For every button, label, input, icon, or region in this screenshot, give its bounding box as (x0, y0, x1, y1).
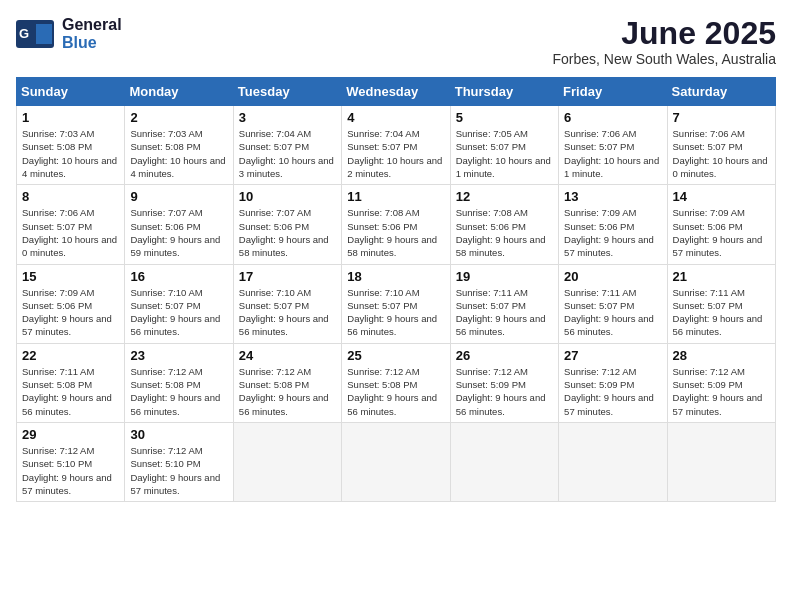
day-number: 29 (22, 427, 119, 442)
calendar-cell: 11 Sunrise: 7:08 AM Sunset: 5:06 PM Dayl… (342, 185, 450, 264)
calendar-cell (342, 422, 450, 501)
day-info: Sunrise: 7:11 AM Sunset: 5:07 PM Dayligh… (456, 286, 553, 339)
day-number: 6 (564, 110, 661, 125)
day-info: Sunrise: 7:12 AM Sunset: 5:10 PM Dayligh… (22, 444, 119, 497)
day-info: Sunrise: 7:11 AM Sunset: 5:07 PM Dayligh… (564, 286, 661, 339)
day-number: 21 (673, 269, 770, 284)
day-number: 5 (456, 110, 553, 125)
day-number: 2 (130, 110, 227, 125)
day-info: Sunrise: 7:08 AM Sunset: 5:06 PM Dayligh… (456, 206, 553, 259)
logo-general: General (62, 16, 122, 34)
calendar-cell: 6 Sunrise: 7:06 AM Sunset: 5:07 PM Dayli… (559, 106, 667, 185)
day-number: 14 (673, 189, 770, 204)
calendar-cell (233, 422, 341, 501)
day-info: Sunrise: 7:05 AM Sunset: 5:07 PM Dayligh… (456, 127, 553, 180)
day-number: 1 (22, 110, 119, 125)
calendar-cell: 5 Sunrise: 7:05 AM Sunset: 5:07 PM Dayli… (450, 106, 558, 185)
weekday-header-wednesday: Wednesday (342, 78, 450, 106)
calendar-cell: 7 Sunrise: 7:06 AM Sunset: 5:07 PM Dayli… (667, 106, 775, 185)
day-info: Sunrise: 7:12 AM Sunset: 5:09 PM Dayligh… (564, 365, 661, 418)
calendar-cell (667, 422, 775, 501)
calendar-cell: 17 Sunrise: 7:10 AM Sunset: 5:07 PM Dayl… (233, 264, 341, 343)
day-info: Sunrise: 7:09 AM Sunset: 5:06 PM Dayligh… (22, 286, 119, 339)
day-info: Sunrise: 7:12 AM Sunset: 5:10 PM Dayligh… (130, 444, 227, 497)
day-number: 13 (564, 189, 661, 204)
day-info: Sunrise: 7:04 AM Sunset: 5:07 PM Dayligh… (239, 127, 336, 180)
day-info: Sunrise: 7:12 AM Sunset: 5:08 PM Dayligh… (130, 365, 227, 418)
logo-blue: Blue (62, 34, 122, 52)
month-title: June 2025 (552, 16, 776, 51)
calendar-cell (450, 422, 558, 501)
day-number: 26 (456, 348, 553, 363)
day-info: Sunrise: 7:07 AM Sunset: 5:06 PM Dayligh… (130, 206, 227, 259)
day-number: 15 (22, 269, 119, 284)
day-number: 30 (130, 427, 227, 442)
weekday-header-saturday: Saturday (667, 78, 775, 106)
day-number: 3 (239, 110, 336, 125)
calendar-cell: 14 Sunrise: 7:09 AM Sunset: 5:06 PM Dayl… (667, 185, 775, 264)
svg-marker-1 (36, 24, 52, 44)
calendar-cell: 16 Sunrise: 7:10 AM Sunset: 5:07 PM Dayl… (125, 264, 233, 343)
calendar-cell: 23 Sunrise: 7:12 AM Sunset: 5:08 PM Dayl… (125, 343, 233, 422)
weekday-header-monday: Monday (125, 78, 233, 106)
calendar-cell: 15 Sunrise: 7:09 AM Sunset: 5:06 PM Dayl… (17, 264, 125, 343)
day-number: 4 (347, 110, 444, 125)
calendar-cell: 30 Sunrise: 7:12 AM Sunset: 5:10 PM Dayl… (125, 422, 233, 501)
day-number: 22 (22, 348, 119, 363)
week-row-1: 1 Sunrise: 7:03 AM Sunset: 5:08 PM Dayli… (17, 106, 776, 185)
calendar-cell: 26 Sunrise: 7:12 AM Sunset: 5:09 PM Dayl… (450, 343, 558, 422)
calendar-cell: 21 Sunrise: 7:11 AM Sunset: 5:07 PM Dayl… (667, 264, 775, 343)
week-row-4: 22 Sunrise: 7:11 AM Sunset: 5:08 PM Dayl… (17, 343, 776, 422)
day-info: Sunrise: 7:03 AM Sunset: 5:08 PM Dayligh… (22, 127, 119, 180)
calendar-cell: 29 Sunrise: 7:12 AM Sunset: 5:10 PM Dayl… (17, 422, 125, 501)
day-info: Sunrise: 7:06 AM Sunset: 5:07 PM Dayligh… (22, 206, 119, 259)
day-number: 25 (347, 348, 444, 363)
day-info: Sunrise: 7:08 AM Sunset: 5:06 PM Dayligh… (347, 206, 444, 259)
day-info: Sunrise: 7:12 AM Sunset: 5:09 PM Dayligh… (673, 365, 770, 418)
weekday-header-tuesday: Tuesday (233, 78, 341, 106)
day-info: Sunrise: 7:09 AM Sunset: 5:06 PM Dayligh… (564, 206, 661, 259)
day-number: 9 (130, 189, 227, 204)
calendar-cell: 1 Sunrise: 7:03 AM Sunset: 5:08 PM Dayli… (17, 106, 125, 185)
day-number: 24 (239, 348, 336, 363)
day-number: 11 (347, 189, 444, 204)
calendar-cell: 8 Sunrise: 7:06 AM Sunset: 5:07 PM Dayli… (17, 185, 125, 264)
day-number: 17 (239, 269, 336, 284)
calendar-cell: 3 Sunrise: 7:04 AM Sunset: 5:07 PM Dayli… (233, 106, 341, 185)
week-row-3: 15 Sunrise: 7:09 AM Sunset: 5:06 PM Dayl… (17, 264, 776, 343)
calendar-cell: 13 Sunrise: 7:09 AM Sunset: 5:06 PM Dayl… (559, 185, 667, 264)
weekday-header-row: SundayMondayTuesdayWednesdayThursdayFrid… (17, 78, 776, 106)
calendar-cell: 20 Sunrise: 7:11 AM Sunset: 5:07 PM Dayl… (559, 264, 667, 343)
location-title: Forbes, New South Wales, Australia (552, 51, 776, 67)
day-info: Sunrise: 7:12 AM Sunset: 5:08 PM Dayligh… (239, 365, 336, 418)
day-number: 19 (456, 269, 553, 284)
day-info: Sunrise: 7:07 AM Sunset: 5:06 PM Dayligh… (239, 206, 336, 259)
page-header: G General Blue June 2025 Forbes, New Sou… (16, 16, 776, 67)
calendar-cell: 10 Sunrise: 7:07 AM Sunset: 5:06 PM Dayl… (233, 185, 341, 264)
day-info: Sunrise: 7:10 AM Sunset: 5:07 PM Dayligh… (347, 286, 444, 339)
day-number: 8 (22, 189, 119, 204)
weekday-header-sunday: Sunday (17, 78, 125, 106)
calendar-cell: 25 Sunrise: 7:12 AM Sunset: 5:08 PM Dayl… (342, 343, 450, 422)
day-info: Sunrise: 7:11 AM Sunset: 5:07 PM Dayligh… (673, 286, 770, 339)
day-number: 23 (130, 348, 227, 363)
calendar-cell: 9 Sunrise: 7:07 AM Sunset: 5:06 PM Dayli… (125, 185, 233, 264)
calendar-cell: 4 Sunrise: 7:04 AM Sunset: 5:07 PM Dayli… (342, 106, 450, 185)
day-info: Sunrise: 7:09 AM Sunset: 5:06 PM Dayligh… (673, 206, 770, 259)
day-number: 20 (564, 269, 661, 284)
weekday-header-thursday: Thursday (450, 78, 558, 106)
day-number: 10 (239, 189, 336, 204)
day-info: Sunrise: 7:06 AM Sunset: 5:07 PM Dayligh… (673, 127, 770, 180)
calendar-header: SundayMondayTuesdayWednesdayThursdayFrid… (17, 78, 776, 106)
calendar-table: SundayMondayTuesdayWednesdayThursdayFrid… (16, 77, 776, 502)
calendar-cell: 27 Sunrise: 7:12 AM Sunset: 5:09 PM Dayl… (559, 343, 667, 422)
day-number: 27 (564, 348, 661, 363)
calendar-cell: 19 Sunrise: 7:11 AM Sunset: 5:07 PM Dayl… (450, 264, 558, 343)
week-row-5: 29 Sunrise: 7:12 AM Sunset: 5:10 PM Dayl… (17, 422, 776, 501)
day-info: Sunrise: 7:04 AM Sunset: 5:07 PM Dayligh… (347, 127, 444, 180)
day-number: 16 (130, 269, 227, 284)
title-area: June 2025 Forbes, New South Wales, Austr… (552, 16, 776, 67)
day-number: 7 (673, 110, 770, 125)
calendar-cell: 22 Sunrise: 7:11 AM Sunset: 5:08 PM Dayl… (17, 343, 125, 422)
weekday-header-friday: Friday (559, 78, 667, 106)
